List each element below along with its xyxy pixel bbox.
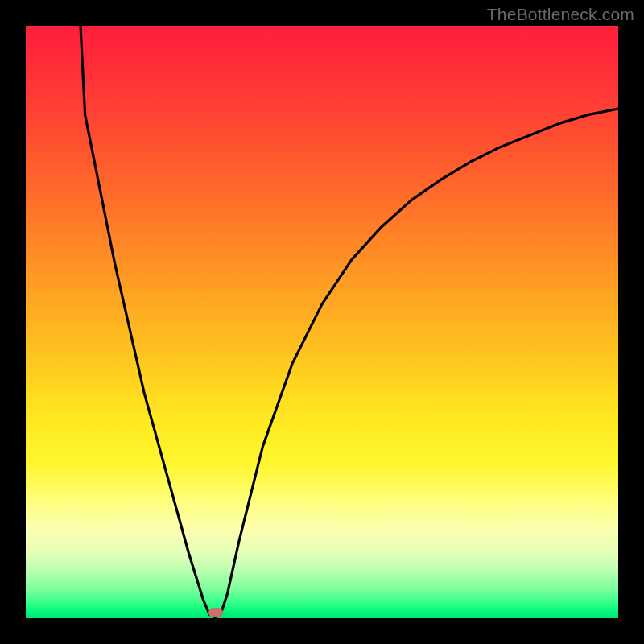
curve-path: [80, 26, 618, 617]
minimum-marker: [208, 608, 223, 617]
chart-frame: TheBottleneck.com: [0, 0, 644, 644]
plot-area: [26, 26, 618, 618]
watermark-text: TheBottleneck.com: [487, 5, 634, 24]
bottleneck-curve: [26, 26, 618, 618]
